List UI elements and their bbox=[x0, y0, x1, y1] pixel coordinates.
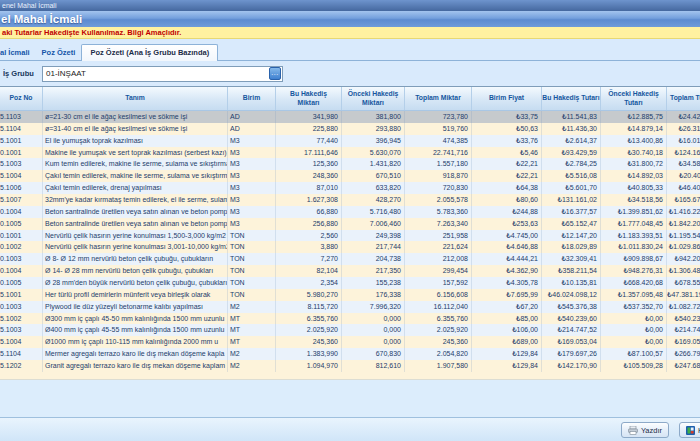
cell-bu-hakedis-tutari: ₺5.516,08 bbox=[542, 170, 601, 182]
cell-poz-no: 5.1001 bbox=[0, 289, 43, 301]
footer-bar: Yazdır Kapat bbox=[0, 417, 700, 441]
cell-birim-fiyat: ₺253,63 bbox=[472, 218, 542, 230]
cell-poz-no: 5.1004 bbox=[0, 170, 43, 182]
tab-poz-ozeti[interactable]: Poz Özeti bbox=[36, 46, 82, 61]
table-row[interactable]: 0.1004Ø 14- Ø 28 mm nervürlü beton çelik… bbox=[0, 265, 700, 277]
cell-onceki-hakedis-tutari: ₺105.509,28 bbox=[601, 360, 667, 372]
combo-dropdown-button[interactable]: ... bbox=[269, 67, 281, 80]
cell-birim-fiyat: ₺4.646,88 bbox=[472, 241, 542, 253]
table-row[interactable]: 0.1002Nervürlü çelik hasırın yerine konu… bbox=[0, 241, 700, 253]
cell-birim-fiyat: ₺85,00 bbox=[472, 313, 542, 325]
cell-birim-fiyat: ₺244,88 bbox=[472, 206, 542, 218]
cell-bu-hakedis-miktari: 2.025,920 bbox=[276, 324, 342, 336]
table-row[interactable]: 0.1001Makine ile yumuşak ve sert toprak … bbox=[0, 147, 700, 159]
cell-onceki-hakedis-miktari: 633,820 bbox=[342, 182, 405, 194]
cell-onceki-hakedis-miktari: 176,338 bbox=[342, 289, 405, 301]
cell-birim-fiyat: ₺129,84 bbox=[472, 348, 542, 360]
cell-bu-hakedis-miktari: 225,880 bbox=[276, 123, 342, 135]
table-row[interactable]: 0.1003Ø 8- Ø 12 mm nervürlü beton çelik … bbox=[0, 253, 700, 265]
cell-birim-fiyat: ₺7.695,99 bbox=[472, 289, 542, 301]
cell-toplam-miktar: 7.263,340 bbox=[405, 218, 472, 230]
cell-birim-fiyat: ₺106,00 bbox=[472, 324, 542, 336]
cell-toplam-miktar: 245,360 bbox=[405, 336, 472, 348]
table-row[interactable]: 0.1004Beton santralinde üretilen veya sa… bbox=[0, 206, 700, 218]
column-header-birim-fiyat[interactable]: Birim Fiyat bbox=[472, 87, 542, 110]
table-row[interactable]: 5.1004Çakıl temin edilerek, makine ile s… bbox=[0, 170, 700, 182]
table-row[interactable]: 5.1003Ø400 mm iç çaplı 45-55 mm kalınlığ… bbox=[0, 324, 700, 336]
column-header-poz-no[interactable]: Poz No bbox=[0, 87, 43, 110]
table-row[interactable]: 0.1003Plywood ile düz yüzeyli betonarme … bbox=[0, 301, 700, 313]
column-header-birim[interactable]: Birim bbox=[228, 87, 276, 110]
cell-toplam-tutari: ₺942.208,08 bbox=[667, 253, 700, 265]
cell-tanim: Nervürlü çelik hasırın yerine konulması … bbox=[43, 230, 228, 242]
cell-birim: M3 bbox=[228, 135, 276, 147]
cell-birim-fiyat: ₺22,21 bbox=[472, 170, 542, 182]
table-row[interactable]: 5.100732mm'ye kadar kırmataş temin edile… bbox=[0, 194, 700, 206]
cell-birim: M3 bbox=[228, 206, 276, 218]
window-title: enel Mahal İcmali bbox=[2, 2, 56, 9]
is-grubu-combo[interactable]: 01-İNŞAAT ... bbox=[42, 66, 283, 82]
table-row[interactable]: 5.1004Ø1000 mm iç çaplı 110-115 mm kalın… bbox=[0, 336, 700, 348]
page-title: el Mahal İcmali bbox=[0, 11, 700, 27]
cell-toplam-tutari: ₺1.029.860,13 bbox=[667, 241, 700, 253]
column-header-bu-hakedis-miktari[interactable]: Bu Hakediş Miktarı bbox=[276, 87, 342, 110]
tab-poz-ozeti-ana-is-grubu[interactable]: Poz Özeti (Ana İş Grubu Bazında) bbox=[81, 44, 218, 62]
cell-onceki-hakedis-miktari: 5.630,070 bbox=[342, 147, 405, 159]
table-row[interactable]: 0.1001Nervürlü çelik hasırın yerine konu… bbox=[0, 230, 700, 242]
column-header-onceki-hakedis-miktari[interactable]: Önceki Hakediş Miktarı bbox=[342, 87, 405, 110]
table-row[interactable]: 5.1002Ø300 mm iç çaplı 45-50 mm kalınlığ… bbox=[0, 313, 700, 325]
cell-toplam-miktar: 251,958 bbox=[405, 230, 472, 242]
cell-onceki-hakedis-miktari: 670,830 bbox=[342, 348, 405, 360]
cell-birim-fiyat: ₺33,75 bbox=[472, 111, 542, 123]
cell-toplam-miktar: 5.783,360 bbox=[405, 206, 472, 218]
cell-birim-fiyat: ₺80,60 bbox=[472, 194, 542, 206]
close-button[interactable]: Kapat bbox=[679, 422, 700, 438]
cell-tanim: Ø300 mm iç çaplı 45-50 mm kalınlığında 1… bbox=[43, 313, 228, 325]
column-header-bu-hakedis-tutari[interactable]: Bu Hakediş Tutarı bbox=[542, 87, 601, 110]
cell-bu-hakedis-tutari: ₺65.152,47 bbox=[542, 218, 601, 230]
cell-bu-hakedis-miktari: 1.627,308 bbox=[276, 194, 342, 206]
cell-tanim: Beton santralinde üretilen veya satın al… bbox=[43, 218, 228, 230]
table-row[interactable]: 5.1001Her türlü profil demirlerin münfer… bbox=[0, 289, 700, 301]
cell-bu-hakedis-miktari: 248,360 bbox=[276, 170, 342, 182]
cell-birim-fiyat: ₺50,63 bbox=[472, 123, 542, 135]
cell-birim: TON bbox=[228, 253, 276, 265]
table-row[interactable]: 5.1103ø=21-30 cm el ile ağaç kesilmesi v… bbox=[0, 111, 700, 123]
cell-onceki-hakedis-miktari: 428,270 bbox=[342, 194, 405, 206]
column-header-tanim[interactable]: Tanım bbox=[43, 87, 228, 110]
column-header-toplam-miktar[interactable]: Toplam Miktar bbox=[405, 87, 472, 110]
cell-onceki-hakedis-tutari: ₺30.740,18 bbox=[601, 147, 667, 159]
print-button[interactable]: Yazdır bbox=[621, 422, 669, 438]
cell-onceki-hakedis-tutari: ₺909.898,67 bbox=[601, 253, 667, 265]
table-row[interactable]: 5.1202Granit agregalı terrazo karo ile d… bbox=[0, 360, 700, 372]
cell-poz-no: 5.1003 bbox=[0, 324, 43, 336]
cell-onceki-hakedis-miktari: 5.716,480 bbox=[342, 206, 405, 218]
table-row[interactable]: 5.1006Çakıl temin edilerek, drenaj yapıl… bbox=[0, 182, 700, 194]
table-row[interactable]: 5.1104Mermer agregalı terrazo karo ile d… bbox=[0, 348, 700, 360]
table-row[interactable]: 5.1001El ile yumuşak toprak kazılmasıM37… bbox=[0, 135, 700, 147]
cell-birim-fiyat: ₺4.362,90 bbox=[472, 265, 542, 277]
cell-toplam-miktar: 22.741,716 bbox=[405, 147, 472, 159]
cell-poz-no: 0.1004 bbox=[0, 265, 43, 277]
table-row[interactable]: 0.1005Ø 28 mm'den büyük nervürlü beton ç… bbox=[0, 277, 700, 289]
cell-toplam-tutari: ₺16.015,23 bbox=[667, 135, 700, 147]
table-row[interactable]: 5.1104ø=31-40 cm el ile ağaç kesilmesi v… bbox=[0, 123, 700, 135]
column-header-onceki-hakedis-tutari[interactable]: Önceki Hakediş Tutarı bbox=[601, 87, 667, 110]
cell-onceki-hakedis-tutari: ₺948.276,31 bbox=[601, 265, 667, 277]
cell-toplam-tutari: ₺1.416.229,19 bbox=[667, 206, 700, 218]
table-row[interactable]: 0.1005Beton santralinde üretilen veya sa… bbox=[0, 218, 700, 230]
cell-bu-hakedis-miktari: 125,360 bbox=[276, 158, 342, 170]
cell-birim-fiyat: ₺33,76 bbox=[472, 135, 542, 147]
column-header-toplam-tutari[interactable]: Toplam Tutarı bbox=[667, 87, 700, 110]
cell-bu-hakedis-tutari: ₺131.161,02 bbox=[542, 194, 601, 206]
cell-onceki-hakedis-tutari: ₺40.805,33 bbox=[601, 182, 667, 194]
table-row[interactable]: 5.1003Kum temin edilerek, makine ile ser… bbox=[0, 158, 700, 170]
app-icon bbox=[686, 426, 695, 435]
tab-mahal-icmali[interactable]: al İcmali bbox=[0, 46, 36, 61]
cell-tanim: ø=21-30 cm el ile ağaç kesilmesi ve sökm… bbox=[43, 111, 228, 123]
cell-birim: MT bbox=[228, 324, 276, 336]
cell-toplam-tutari: ₺247.680,18 bbox=[667, 360, 700, 372]
cell-onceki-hakedis-miktari: 812,610 bbox=[342, 360, 405, 372]
cell-toplam-miktar: 918,870 bbox=[405, 170, 472, 182]
table-header-row: Poz NoTanımBirimBu Hakediş MiktarıÖnceki… bbox=[0, 87, 700, 111]
